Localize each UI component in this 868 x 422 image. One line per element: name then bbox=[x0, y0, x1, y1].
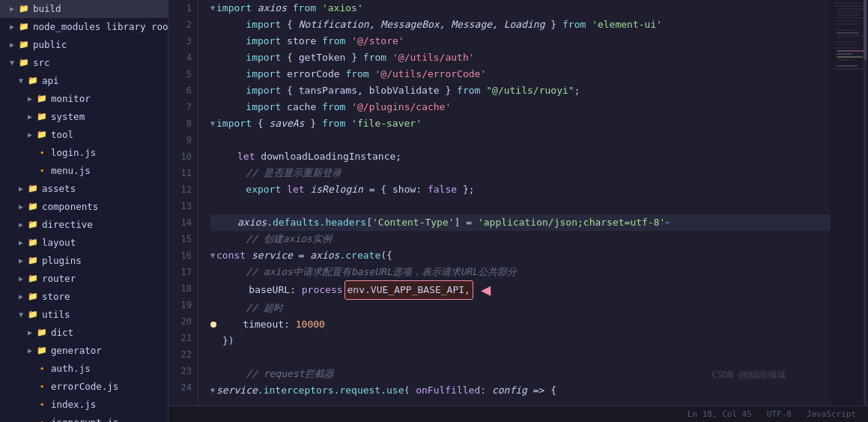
sidebar-item-jsencrypt-js[interactable]: 🔸 jsencrypt.js bbox=[0, 414, 168, 422]
num-timeout: 10000 bbox=[296, 316, 325, 333]
str-store: '@/store' bbox=[351, 33, 404, 49]
code-arrow-24: => { bbox=[527, 382, 556, 399]
sidebar-item-public[interactable]: 📁 public bbox=[0, 36, 168, 54]
sidebar-item-build[interactable]: 📁 build bbox=[0, 0, 168, 18]
code-paren-24: ( bbox=[404, 382, 416, 399]
sidebar-label-assets: assets bbox=[42, 181, 76, 196]
sidebar-item-monitor[interactable]: 📁 monitor bbox=[0, 90, 168, 108]
red-arrow-18: ◀ bbox=[481, 282, 491, 298]
svg-rect-4 bbox=[837, 11, 859, 13]
sidebar-item-router[interactable]: 📁 router bbox=[0, 270, 168, 288]
sidebar-label-system: system bbox=[51, 109, 85, 124]
code-line-9 bbox=[210, 132, 831, 148]
sidebar-label-src: src bbox=[33, 55, 50, 70]
js-icon-login: 🔸 bbox=[36, 147, 48, 159]
folder-icon-monitor: 📁 bbox=[36, 93, 48, 105]
watermark: CSDN @@烟雨倾城 bbox=[711, 367, 786, 383]
kw-from-2: from bbox=[562, 16, 586, 33]
code-space3-8 bbox=[345, 115, 351, 132]
highlight-end-14 bbox=[665, 222, 670, 223]
sidebar-label-monitor: monitor bbox=[51, 91, 91, 106]
kw-from-4: from bbox=[363, 49, 386, 66]
js-icon-errorcode: 🔸 bbox=[36, 381, 48, 393]
folder-icon-generator: 📁 bbox=[36, 345, 48, 357]
sidebar-item-auth-js[interactable]: 🔸 auth.js bbox=[0, 360, 168, 378]
svg-rect-3 bbox=[837, 8, 865, 10]
sidebar-item-errorcode-js[interactable]: 🔸 errorCode.js bbox=[0, 378, 168, 396]
code-lines[interactable]: ▼import axios from 'axios' import { Noti… bbox=[198, 0, 831, 406]
code-line-12: export let isRelogin = { show: false }; bbox=[210, 181, 831, 198]
sidebar-item-utils[interactable]: 📁 utils bbox=[0, 306, 168, 324]
sidebar-label-build: build bbox=[33, 1, 61, 16]
sidebar-label-layout: layout bbox=[42, 235, 76, 250]
sidebar-label-directive: directive bbox=[42, 217, 93, 232]
str-cache: '@/plugins/cache' bbox=[351, 99, 451, 115]
status-bar: Ln 18, Col 45 UTF-8 JavaScript bbox=[169, 406, 868, 422]
code-line-1: ▼import axios from 'axios' bbox=[210, 0, 831, 16]
kw-false-12: false bbox=[428, 181, 457, 198]
sidebar-item-tool[interactable]: 📁 tool bbox=[0, 126, 168, 144]
comment-11: // 是否显示重新登录 bbox=[222, 165, 342, 181]
folder-icon-directive: 📁 bbox=[27, 219, 39, 231]
code-semi-6: ; bbox=[574, 82, 580, 99]
sidebar-item-menu-js[interactable]: 🔸 menu.js bbox=[0, 162, 168, 180]
kw-from-7: from bbox=[322, 99, 345, 115]
sidebar-item-index-js[interactable]: 🔸 index.js bbox=[0, 396, 168, 414]
sidebar-label-tool: tool bbox=[51, 127, 73, 142]
tree-arrow-monitor bbox=[24, 91, 36, 106]
code-space-16 bbox=[246, 247, 252, 264]
code-line-7: import cache from '@/plugins/cache' bbox=[210, 99, 831, 115]
sidebar-item-layout[interactable]: 📁 layout bbox=[0, 234, 168, 252]
code-config-24: config bbox=[492, 382, 527, 399]
code-space-4: { getToken } bbox=[281, 49, 363, 66]
js-icon-index: 🔸 bbox=[36, 399, 48, 411]
tree-arrow-assets bbox=[15, 181, 27, 196]
sidebar-item-dict[interactable]: 📁 dict bbox=[0, 324, 168, 342]
str-auth: '@/utils/auth' bbox=[392, 49, 475, 66]
code-line-13 bbox=[210, 198, 831, 214]
code-line-14: axios.defaults.headers['Content-Type'] =… bbox=[210, 214, 831, 231]
sidebar-item-node-modules[interactable]: 📁 node_modules library roo... bbox=[0, 18, 168, 36]
line-numbers: 1 2 3 4 5 6 7 8 9 10 11 12 13 14 15 16 1… bbox=[169, 0, 198, 406]
code-saveas: saveAs bbox=[269, 115, 304, 132]
fold-icon-1: ▼ bbox=[210, 0, 215, 16]
tree-arrow-system bbox=[24, 109, 36, 124]
sidebar-label-login-js: login.js bbox=[51, 145, 96, 160]
sidebar-item-plugins[interactable]: 📁 plugins bbox=[0, 252, 168, 270]
code-space2-3 bbox=[345, 33, 351, 49]
sidebar-label-plugins: plugins bbox=[42, 253, 82, 268]
sidebar-item-components[interactable]: 📁 components bbox=[0, 198, 168, 216]
sidebar-label-api: api bbox=[42, 73, 59, 88]
comment-19: // 超时 bbox=[222, 300, 283, 316]
code-line-10: let downloadLoadingInstance; bbox=[210, 148, 831, 165]
sidebar-item-generator[interactable]: 📁 generator bbox=[0, 342, 168, 360]
svg-rect-17 bbox=[837, 56, 863, 58]
sidebar-item-login-js[interactable]: 🔸 login.js bbox=[0, 144, 168, 162]
code-space-12 bbox=[281, 181, 287, 198]
sidebar-item-directive[interactable]: 📁 directive bbox=[0, 216, 168, 234]
svg-rect-13 bbox=[837, 44, 868, 46]
code-space-8: { bbox=[252, 115, 269, 132]
code-space2-7 bbox=[345, 99, 351, 115]
code-from-1: from bbox=[287, 0, 322, 16]
tree-arrow-node-modules bbox=[6, 19, 18, 34]
folder-icon-src: 📁 bbox=[18, 57, 30, 69]
code-line-22 bbox=[210, 349, 831, 366]
folder-icon-api: 📁 bbox=[27, 75, 39, 87]
sidebar-item-system[interactable]: 📁 system bbox=[0, 108, 168, 126]
sidebar-item-api[interactable]: 📁 api bbox=[0, 72, 168, 90]
code-line-2: import { Notification, MessageBox, Messa… bbox=[210, 16, 831, 33]
kw-import-5: import bbox=[222, 66, 281, 82]
comment-17: // axios中请求配置有baseURL选项，表示请求URL公共部分 bbox=[222, 264, 517, 280]
tree-arrow-plugins bbox=[15, 253, 27, 268]
sidebar-item-src[interactable]: 📁 src bbox=[0, 54, 168, 72]
code-line-4: import { getToken } from '@/utils/auth' bbox=[210, 49, 831, 66]
folder-icon-utils: 📁 bbox=[27, 309, 39, 321]
kw-import-2: import bbox=[222, 16, 281, 33]
sidebar-label-store: store bbox=[42, 289, 70, 304]
sidebar-item-store[interactable]: 📁 store bbox=[0, 288, 168, 306]
tree-arrow-layout bbox=[15, 235, 27, 250]
code-bracket2-14: ] = bbox=[455, 214, 478, 231]
sidebar-item-assets[interactable]: 📁 assets bbox=[0, 180, 168, 198]
fold-icon-16: ▼ bbox=[210, 247, 215, 264]
